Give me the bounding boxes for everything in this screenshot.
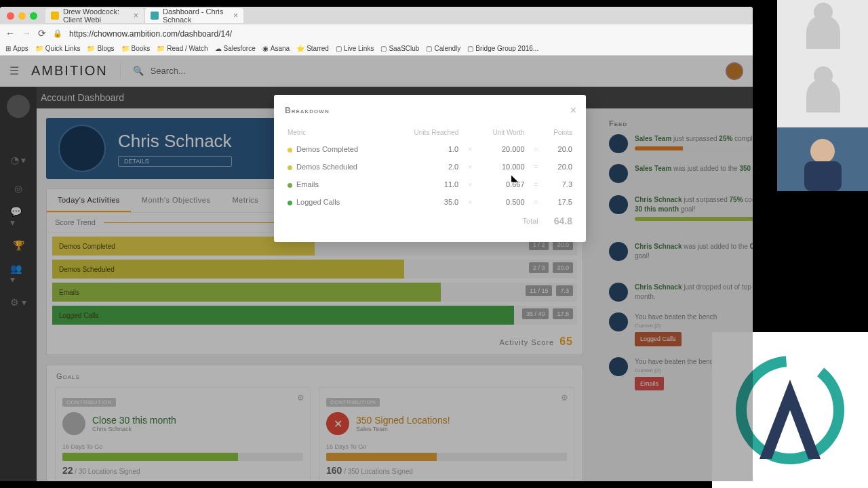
bookmark-item[interactable]: ▢ Live Links xyxy=(336,45,374,52)
tab-close-icon[interactable]: × xyxy=(134,11,138,20)
back-icon[interactable]: ← xyxy=(5,28,15,39)
table-row: Logged Calls 35.0×0.500=17.5 xyxy=(285,193,575,211)
bookmark-item[interactable]: ⊞ Apps xyxy=(5,45,28,52)
tab-favicon-icon xyxy=(51,12,59,20)
browser-tab-0[interactable]: Drew Woodcock: Client Webi × xyxy=(45,8,144,23)
browser-tabbar: Drew Woodcock: Client Webi × Dashboard -… xyxy=(0,7,753,24)
reload-icon[interactable]: ⟳ xyxy=(38,28,46,39)
minimize-window-icon[interactable] xyxy=(18,12,26,20)
mouse-cursor-icon: ◣ xyxy=(511,173,518,183)
forward-icon[interactable]: → xyxy=(22,28,31,39)
breakdown-modal: × Breakdown Metric Units Reached Unit Wo… xyxy=(274,95,586,242)
video-participants xyxy=(773,0,868,191)
table-row: Emails 11.0×0.667=7.3 xyxy=(285,176,575,193)
col-units: Units Reached xyxy=(391,125,461,140)
window-controls[interactable] xyxy=(0,12,44,20)
bookmark-item[interactable]: ◉ Asana xyxy=(262,45,290,52)
table-row: Demos Completed 1.0×20.000=20.0 xyxy=(285,140,575,158)
tab-label: Drew Woodcock: Client Webi xyxy=(63,7,130,24)
tab-close-icon[interactable]: × xyxy=(233,11,238,20)
person-icon xyxy=(777,127,868,191)
total-row: Total 64.8 xyxy=(285,211,575,231)
participant-video xyxy=(777,127,868,191)
bookmark-item[interactable]: ⭐ Starred xyxy=(296,45,329,52)
col-points: Points xyxy=(541,125,575,140)
svg-rect-2 xyxy=(804,161,842,191)
bookmark-item[interactable]: 📁 Read / Watch xyxy=(157,45,208,52)
bookmark-item[interactable]: 📁 Books xyxy=(121,45,151,52)
bookmark-item[interactable]: ☁ Salesforce xyxy=(215,45,256,52)
bookmark-item[interactable]: 📁 Quick Links xyxy=(35,45,81,52)
tab-label: Dashboard - Chris Schnack xyxy=(163,7,229,24)
lock-icon: 🔒 xyxy=(53,29,62,38)
modal-title: Breakdown xyxy=(285,106,575,115)
breakdown-table: Metric Units Reached Unit Worth Points D… xyxy=(285,125,575,231)
bookmarks-bar: ⊞ Apps 📁 Quick Links 📁 Blogs 📁 Books 📁 R… xyxy=(0,42,753,56)
close-window-icon[interactable] xyxy=(7,12,14,20)
participant-placeholder xyxy=(777,0,868,64)
url-input[interactable] xyxy=(69,27,747,39)
table-row: Demos Scheduled 2.0×10.000=20.0 xyxy=(285,158,575,176)
maximize-window-icon[interactable] xyxy=(30,12,37,20)
bookmark-item[interactable]: 📁 Blogs xyxy=(87,45,114,52)
browser-window: Drew Woodcock: Client Webi × Dashboard -… xyxy=(0,7,753,481)
modal-close-icon[interactable]: × xyxy=(570,104,576,117)
address-bar: ← → ⟳ 🔒 xyxy=(0,24,753,42)
browser-tab-1[interactable]: Dashboard - Chris Schnack × xyxy=(145,8,243,23)
url-field[interactable] xyxy=(69,29,747,39)
col-worth: Unit Worth xyxy=(475,125,527,140)
col-metric: Metric xyxy=(285,125,391,140)
participant-placeholder xyxy=(777,64,868,127)
tab-favicon-icon xyxy=(151,12,159,20)
bookmark-item[interactable]: ▢ Calendly xyxy=(426,45,460,52)
bookmark-item[interactable]: ▢ SaaSClub xyxy=(380,45,419,52)
bookmark-item[interactable]: ▢ Bridge Group 2016... xyxy=(467,45,538,52)
svg-point-1 xyxy=(810,139,835,163)
